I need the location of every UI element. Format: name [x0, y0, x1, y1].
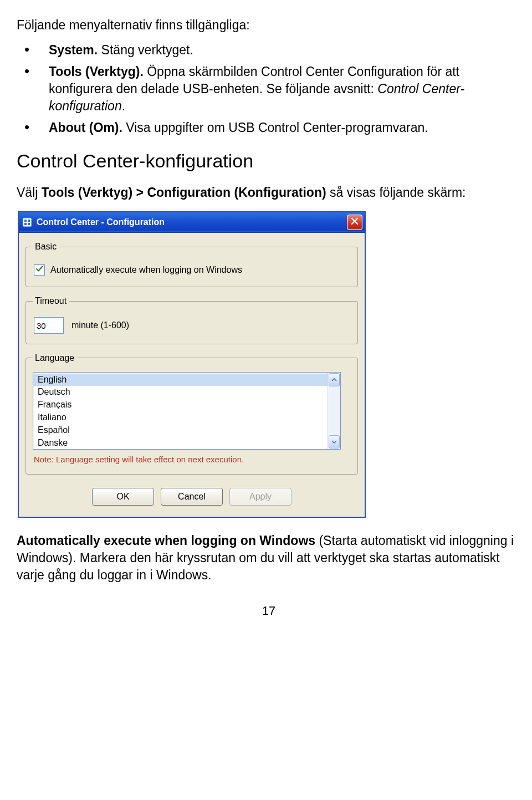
list-item[interactable]: Français — [33, 399, 328, 411]
app-icon — [22, 217, 32, 227]
legend-language: Language — [33, 352, 76, 364]
bullet-bold: About (Om). — [49, 120, 122, 135]
after-bold: Automatically execute when logging on Wi… — [17, 533, 315, 548]
svg-rect-1 — [24, 220, 27, 222]
group-timeout: Timeout minute (1-600) — [25, 295, 358, 344]
after-paragraph: Automatically execute when logging on Wi… — [17, 532, 521, 584]
para-bold: Tools (Verktyg) > Configuration (Konfigu… — [42, 185, 326, 200]
bullet-text: Stäng verktyget. — [98, 43, 193, 57]
close-button[interactable] — [347, 215, 362, 230]
scroll-down-button[interactable] — [329, 435, 340, 449]
instruction-paragraph: Välj Tools (Verktyg) > Configuration (Ko… — [17, 184, 521, 201]
dialog-button-row: OK Cancel Apply — [25, 482, 358, 513]
dialog-titlebar[interactable]: Control Center - Configuration — [19, 212, 365, 233]
bullet-item-system: System. Stäng verktyget. — [17, 42, 521, 59]
para-before: Välj — [17, 185, 42, 200]
intro-text: Följande menyalternativ finns tillgängli… — [17, 17, 521, 34]
language-list-contents: English Deutsch Français Italiano Españo… — [33, 373, 328, 449]
list-item[interactable]: Deutsch — [33, 386, 328, 399]
group-basic: Basic Automatically execute when logging… — [25, 241, 358, 287]
list-item[interactable]: Español — [33, 424, 328, 437]
menu-bullet-list: System. Stäng verktyget. Tools (Verktyg)… — [17, 42, 521, 136]
bullet-bold: System. — [49, 43, 98, 57]
list-item[interactable]: Italiano — [33, 411, 328, 424]
bullet-item-tools: Tools (Verktyg). Öppna skärmbilden Contr… — [17, 63, 521, 115]
page-number: 17 — [17, 603, 521, 619]
bullet-bold: Tools (Verktyg). — [49, 64, 144, 79]
auto-execute-checkbox[interactable] — [34, 264, 45, 276]
legend-timeout: Timeout — [33, 295, 69, 307]
bullet-item-about: About (Om). Visa uppgifter om USB Contro… — [17, 119, 521, 136]
language-note: Note: Language setting will take effect … — [33, 450, 351, 466]
list-item[interactable]: Danske — [33, 437, 328, 449]
language-listbox[interactable]: English Deutsch Français Italiano Españo… — [33, 372, 341, 450]
timeout-suffix: minute (1-600) — [71, 319, 129, 332]
list-item[interactable]: English — [33, 374, 328, 386]
legend-basic: Basic — [33, 241, 59, 253]
scrollbar[interactable] — [328, 373, 340, 449]
chevron-up-icon — [331, 374, 337, 386]
configuration-dialog: Control Center - Configuration Basic Aut… — [18, 211, 366, 518]
svg-rect-0 — [23, 218, 32, 227]
bullet-text: Visa uppgifter om USB Control Center-pro… — [122, 120, 428, 135]
dialog-title: Control Center - Configuration — [37, 216, 165, 228]
close-icon — [351, 216, 359, 228]
section-heading: Control Center-konfiguration — [17, 149, 521, 174]
check-icon — [35, 264, 43, 276]
bullet-text-after: . — [122, 99, 125, 113]
para-after: så visas följande skärm: — [326, 185, 466, 200]
svg-rect-2 — [28, 220, 30, 222]
timeout-input[interactable] — [34, 317, 64, 334]
scroll-up-button[interactable] — [329, 373, 340, 386]
ok-button[interactable]: OK — [92, 488, 154, 506]
svg-rect-4 — [28, 223, 30, 225]
cancel-button[interactable]: Cancel — [161, 488, 223, 506]
chevron-down-icon — [331, 436, 337, 448]
scroll-track[interactable] — [328, 387, 340, 435]
auto-execute-label: Automatically execute when logging on Wi… — [50, 264, 242, 276]
apply-button[interactable]: Apply — [229, 488, 291, 506]
group-language: Language English Deutsch Français Italia… — [25, 352, 358, 475]
svg-rect-3 — [24, 223, 27, 225]
